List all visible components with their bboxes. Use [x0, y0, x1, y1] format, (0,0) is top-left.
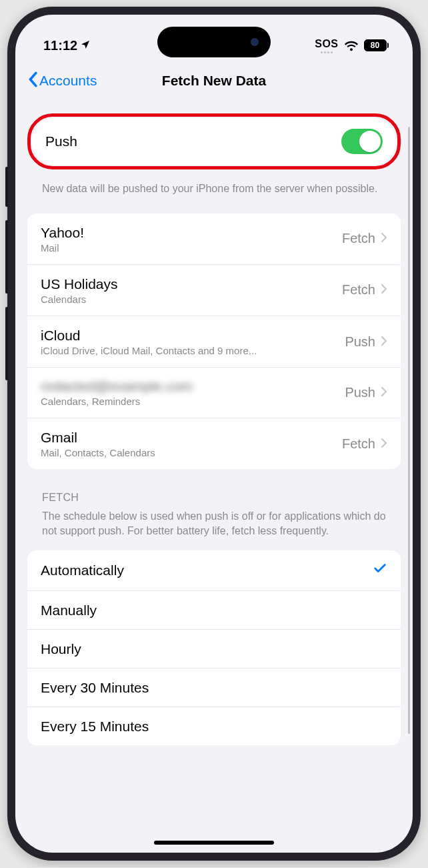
status-time: 11:12	[43, 38, 77, 53]
account-sub: Calendars	[41, 294, 118, 305]
fetch-header: FETCH	[27, 492, 401, 509]
account-mode: Push	[345, 334, 375, 350]
account-name: Gmail	[41, 429, 155, 446]
account-name: US Holidays	[41, 276, 118, 292]
dynamic-island	[157, 27, 271, 57]
fetch-option-label: Hourly	[41, 640, 81, 657]
chevron-right-icon	[381, 385, 387, 400]
chevron-right-icon	[381, 436, 387, 452]
account-mode: Fetch	[342, 231, 375, 246]
push-footer: New data will be pushed to your iPhone f…	[27, 175, 401, 213]
battery-indicator: 80	[364, 39, 389, 51]
page-title: Fetch New Data	[162, 73, 266, 89]
fetch-option-label: Every 15 Minutes	[41, 718, 149, 735]
fetch-option[interactable]: Hourly	[27, 629, 401, 668]
account-sub: Mail, Contacts, Calendars	[41, 447, 155, 458]
chevron-right-icon	[381, 334, 387, 350]
chevron-right-icon	[381, 231, 387, 246]
accounts-group: Yahoo!MailFetchUS HolidaysCalendarsFetch…	[27, 213, 401, 470]
account-row[interactable]: iCloudiCloud Drive, iCloud Mail, Contact…	[27, 316, 401, 367]
fetch-option[interactable]: Every 15 Minutes	[27, 707, 401, 745]
push-toggle[interactable]	[341, 129, 383, 154]
back-label: Accounts	[39, 73, 97, 89]
account-sub: Calendars, Reminders	[41, 396, 193, 407]
fetch-option-label: Every 30 Minutes	[41, 679, 149, 696]
fetch-options-group: AutomaticallyManuallyHourlyEvery 30 Minu…	[27, 550, 401, 746]
fetch-description: The schedule below is used when push is …	[27, 509, 401, 550]
fetch-option[interactable]: Automatically	[27, 550, 401, 590]
push-row[interactable]: Push	[32, 118, 396, 165]
account-sub: Mail	[41, 242, 84, 254]
nav-bar: Accounts Fetch New Data	[15, 61, 413, 100]
account-mode: Fetch	[342, 282, 375, 298]
fetch-option[interactable]: Every 30 Minutes	[27, 668, 401, 707]
back-button[interactable]: Accounts	[27, 71, 97, 91]
account-sub: iCloud Drive, iCloud Mail, Contacts and …	[41, 345, 257, 356]
fetch-option-label: Manually	[41, 602, 97, 618]
account-name: iCloud	[41, 327, 257, 344]
phone-frame: 11:12 SOS 80	[7, 7, 421, 861]
annotation-highlight: Push	[27, 113, 401, 169]
chevron-right-icon	[381, 282, 387, 298]
push-label: Push	[45, 133, 77, 149]
fetch-option-label: Automatically	[41, 562, 124, 578]
account-row[interactable]: US HolidaysCalendarsFetch	[27, 264, 401, 316]
wifi-icon	[344, 39, 359, 51]
content-scroll[interactable]: Push New data will be pushed to your iPh…	[15, 100, 413, 853]
home-indicator[interactable]	[154, 841, 274, 845]
sos-indicator: SOS	[315, 38, 338, 53]
screen: 11:12 SOS 80	[15, 15, 413, 853]
chevron-left-icon	[27, 71, 38, 91]
account-row[interactable]: Yahoo!MailFetch	[27, 213, 401, 264]
account-name: Yahoo!	[41, 224, 84, 241]
fetch-option[interactable]: Manually	[27, 590, 401, 629]
location-icon	[80, 38, 91, 53]
scrollbar[interactable]	[408, 127, 410, 734]
account-name: redacted@example.com	[41, 378, 193, 394]
account-row[interactable]: GmailMail, Contacts, CalendarsFetch	[27, 418, 401, 469]
account-row[interactable]: redacted@example.comCalendars, Reminders…	[27, 367, 401, 418]
account-mode: Fetch	[342, 436, 375, 452]
account-mode: Push	[345, 385, 375, 400]
check-icon	[373, 561, 387, 580]
